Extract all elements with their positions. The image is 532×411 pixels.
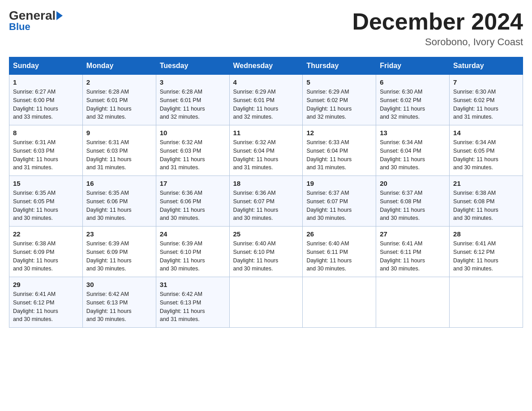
day-info: Sunrise: 6:35 AMSunset: 6:05 PMDaylight:… [13,189,79,223]
day-number: 11 [233,129,299,137]
day-info: Sunrise: 6:42 AMSunset: 6:13 PMDaylight:… [160,290,226,324]
day-info: Sunrise: 6:32 AMSunset: 6:04 PMDaylight:… [233,138,299,172]
calendar-cell: 21Sunrise: 6:38 AMSunset: 6:08 PMDayligh… [450,176,523,227]
day-info: Sunrise: 6:34 AMSunset: 6:05 PMDaylight:… [453,138,519,172]
location: Sorobono, Ivory Coast [352,36,523,48]
day-info: Sunrise: 6:32 AMSunset: 6:03 PMDaylight:… [160,138,226,172]
header-sunday: Sunday [9,57,83,75]
calendar-cell: 8Sunrise: 6:31 AMSunset: 6:03 PMDaylight… [9,125,83,176]
day-info: Sunrise: 6:31 AMSunset: 6:03 PMDaylight:… [86,138,152,172]
calendar-cell: 3Sunrise: 6:28 AMSunset: 6:01 PMDaylight… [156,75,229,125]
header-friday: Friday [376,57,450,75]
calendar-cell: 26Sunrise: 6:40 AMSunset: 6:11 PMDayligh… [303,227,376,277]
day-info: Sunrise: 6:28 AMSunset: 6:01 PMDaylight:… [160,88,226,121]
day-number: 1 [13,78,79,86]
calendar-cell: 23Sunrise: 6:39 AMSunset: 6:09 PMDayligh… [82,227,156,277]
day-info: Sunrise: 6:40 AMSunset: 6:11 PMDaylight:… [306,240,372,273]
day-info: Sunrise: 6:27 AMSunset: 6:00 PMDaylight:… [13,88,79,121]
day-number: 19 [306,180,372,187]
calendar-cell: 30Sunrise: 6:42 AMSunset: 6:13 PMDayligh… [82,277,156,328]
calendar-cell: 12Sunrise: 6:33 AMSunset: 6:04 PMDayligh… [303,125,376,176]
day-info: Sunrise: 6:41 AMSunset: 6:11 PMDaylight:… [380,240,446,273]
calendar-week-row: 8Sunrise: 6:31 AMSunset: 6:03 PMDaylight… [9,125,523,176]
calendar-cell: 4Sunrise: 6:29 AMSunset: 6:01 PMDaylight… [229,75,303,125]
day-info: Sunrise: 6:30 AMSunset: 6:02 PMDaylight:… [380,88,446,121]
calendar-week-row: 29Sunrise: 6:41 AMSunset: 6:12 PMDayligh… [9,277,523,328]
calendar-week-row: 15Sunrise: 6:35 AMSunset: 6:05 PMDayligh… [9,176,523,227]
day-number: 29 [13,281,79,288]
header-thursday: Thursday [303,57,376,75]
day-number: 22 [13,230,79,238]
day-info: Sunrise: 6:35 AMSunset: 6:06 PMDaylight:… [86,189,152,223]
calendar-cell [229,277,303,328]
calendar-cell: 17Sunrise: 6:36 AMSunset: 6:06 PMDayligh… [156,176,229,227]
day-info: Sunrise: 6:33 AMSunset: 6:04 PMDaylight:… [306,138,372,172]
calendar-cell: 20Sunrise: 6:37 AMSunset: 6:08 PMDayligh… [376,176,450,227]
day-info: Sunrise: 6:37 AMSunset: 6:08 PMDaylight:… [380,189,446,223]
calendar-cell: 19Sunrise: 6:37 AMSunset: 6:07 PMDayligh… [303,176,376,227]
day-number: 12 [306,129,372,137]
calendar-cell: 18Sunrise: 6:36 AMSunset: 6:07 PMDayligh… [229,176,303,227]
day-info: Sunrise: 6:39 AMSunset: 6:09 PMDaylight:… [86,240,152,273]
day-number: 23 [86,230,152,238]
day-number: 10 [160,129,226,137]
day-number: 28 [453,230,519,238]
day-number: 31 [160,281,226,288]
calendar-cell: 22Sunrise: 6:38 AMSunset: 6:09 PMDayligh… [9,227,83,277]
day-info: Sunrise: 6:40 AMSunset: 6:10 PMDaylight:… [233,240,299,273]
day-number: 25 [233,230,299,238]
day-number: 16 [86,180,152,187]
calendar-cell: 31Sunrise: 6:42 AMSunset: 6:13 PMDayligh… [156,277,229,328]
day-info: Sunrise: 6:29 AMSunset: 6:02 PMDaylight:… [306,88,372,121]
day-number: 18 [233,180,299,187]
calendar-cell: 14Sunrise: 6:34 AMSunset: 6:05 PMDayligh… [450,125,523,176]
day-number: 9 [86,129,152,137]
calendar-cell: 29Sunrise: 6:41 AMSunset: 6:12 PMDayligh… [9,277,83,328]
logo-blue: Blue [9,21,30,33]
day-info: Sunrise: 6:31 AMSunset: 6:03 PMDaylight:… [13,138,79,172]
logo: General Blue [9,9,63,33]
day-number: 3 [160,78,226,86]
header-wednesday: Wednesday [229,57,303,75]
day-number: 5 [306,78,372,86]
logo-arrow-icon [56,11,63,20]
calendar-cell [303,277,376,328]
title-block: December 2024 Sorobono, Ivory Coast [352,9,523,48]
day-number: 26 [306,230,372,238]
day-info: Sunrise: 6:41 AMSunset: 6:12 PMDaylight:… [13,290,79,324]
day-number: 7 [453,78,519,86]
day-number: 4 [233,78,299,86]
day-number: 17 [160,180,226,187]
day-info: Sunrise: 6:39 AMSunset: 6:10 PMDaylight:… [160,240,226,273]
day-info: Sunrise: 6:38 AMSunset: 6:08 PMDaylight:… [453,189,519,223]
calendar-cell: 13Sunrise: 6:34 AMSunset: 6:04 PMDayligh… [376,125,450,176]
day-number: 8 [13,129,79,137]
calendar-cell: 9Sunrise: 6:31 AMSunset: 6:03 PMDaylight… [82,125,156,176]
day-info: Sunrise: 6:38 AMSunset: 6:09 PMDaylight:… [13,240,79,273]
day-number: 15 [13,180,79,187]
calendar-cell: 7Sunrise: 6:30 AMSunset: 6:02 PMDaylight… [450,75,523,125]
day-info: Sunrise: 6:42 AMSunset: 6:13 PMDaylight:… [86,290,152,324]
calendar-cell: 27Sunrise: 6:41 AMSunset: 6:11 PMDayligh… [376,227,450,277]
day-info: Sunrise: 6:29 AMSunset: 6:01 PMDaylight:… [233,88,299,121]
month-title: December 2024 [352,9,523,34]
day-number: 14 [453,129,519,137]
calendar-cell: 10Sunrise: 6:32 AMSunset: 6:03 PMDayligh… [156,125,229,176]
header-monday: Monday [82,57,156,75]
calendar-header-row: SundayMondayTuesdayWednesdayThursdayFrid… [9,57,523,75]
day-info: Sunrise: 6:36 AMSunset: 6:06 PMDaylight:… [160,189,226,223]
calendar-cell: 28Sunrise: 6:41 AMSunset: 6:12 PMDayligh… [450,227,523,277]
calendar-cell: 16Sunrise: 6:35 AMSunset: 6:06 PMDayligh… [82,176,156,227]
calendar-week-row: 1Sunrise: 6:27 AMSunset: 6:00 PMDaylight… [9,75,523,125]
day-info: Sunrise: 6:30 AMSunset: 6:02 PMDaylight:… [453,88,519,121]
day-number: 21 [453,180,519,187]
header-saturday: Saturday [450,57,523,75]
calendar-week-row: 22Sunrise: 6:38 AMSunset: 6:09 PMDayligh… [9,227,523,277]
day-number: 24 [160,230,226,238]
day-info: Sunrise: 6:28 AMSunset: 6:01 PMDaylight:… [86,88,152,121]
calendar-cell: 24Sunrise: 6:39 AMSunset: 6:10 PMDayligh… [156,227,229,277]
calendar-table: SundayMondayTuesdayWednesdayThursdayFrid… [9,57,523,328]
day-number: 27 [380,230,446,238]
calendar-cell: 5Sunrise: 6:29 AMSunset: 6:02 PMDaylight… [303,75,376,125]
calendar-cell: 11Sunrise: 6:32 AMSunset: 6:04 PMDayligh… [229,125,303,176]
